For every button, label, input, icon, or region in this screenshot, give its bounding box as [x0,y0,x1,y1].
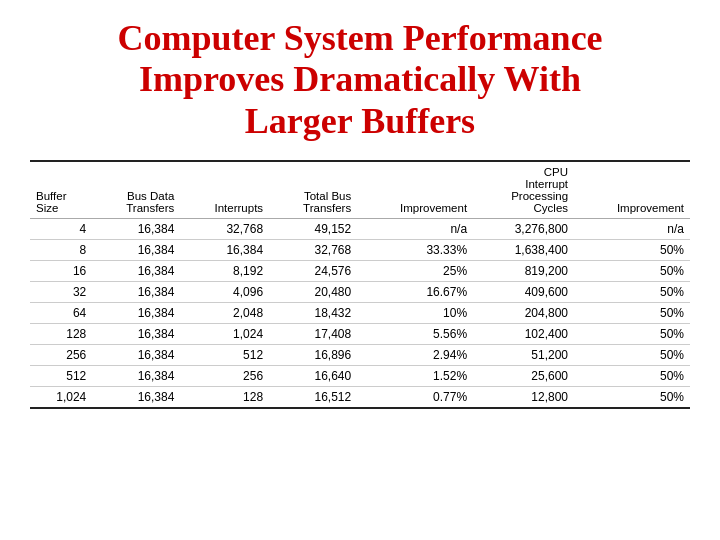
cell-buffer_size: 128 [30,324,92,345]
header-improvement1: Improvement [357,162,473,219]
cell-bus_data: 16,384 [92,387,180,408]
performance-table: BufferSize Bus DataTransfers Interrupts … [30,162,690,407]
table-wrapper: BufferSize Bus DataTransfers Interrupts … [30,160,690,409]
cell-total_bus: 32,768 [269,240,357,261]
cell-improvement2: 50% [574,282,690,303]
cell-cpu_cycles: 51,200 [473,345,574,366]
cell-improvement2: 50% [574,345,690,366]
cell-interrupts: 16,384 [180,240,269,261]
table-row: 25616,38451216,8962.94%51,20050% [30,345,690,366]
cell-total_bus: 18,432 [269,303,357,324]
table-row: 3216,3844,09620,48016.67%409,60050% [30,282,690,303]
cell-improvement2: 50% [574,261,690,282]
cell-improvement2: 50% [574,303,690,324]
cell-total_bus: 49,152 [269,219,357,240]
cell-improvement1: 2.94% [357,345,473,366]
cell-interrupts: 32,768 [180,219,269,240]
cell-cpu_cycles: 819,200 [473,261,574,282]
cell-improvement2: 50% [574,387,690,408]
cell-total_bus: 16,896 [269,345,357,366]
cell-improvement2: 50% [574,240,690,261]
cell-interrupts: 4,096 [180,282,269,303]
cell-total_bus: 16,512 [269,387,357,408]
header-total-bus: Total BusTransfers [269,162,357,219]
cell-improvement2: n/a [574,219,690,240]
cell-cpu_cycles: 409,600 [473,282,574,303]
cell-bus_data: 16,384 [92,240,180,261]
cell-buffer_size: 64 [30,303,92,324]
page: Computer System Performance Improves Dra… [0,0,720,540]
cell-cpu_cycles: 25,600 [473,366,574,387]
table-row: 1,02416,38412816,5120.77%12,80050% [30,387,690,408]
cell-interrupts: 128 [180,387,269,408]
cell-interrupts: 8,192 [180,261,269,282]
table-row: 1616,3848,19224,57625%819,20050% [30,261,690,282]
cell-interrupts: 1,024 [180,324,269,345]
header-cpu-cycles: CPUInterruptProcessingCycles [473,162,574,219]
cell-cpu_cycles: 204,800 [473,303,574,324]
cell-improvement1: 10% [357,303,473,324]
cell-improvement1: 25% [357,261,473,282]
cell-bus_data: 16,384 [92,261,180,282]
cell-cpu_cycles: 102,400 [473,324,574,345]
cell-buffer_size: 512 [30,366,92,387]
cell-bus_data: 16,384 [92,324,180,345]
cell-buffer_size: 8 [30,240,92,261]
cell-bus_data: 16,384 [92,345,180,366]
cell-improvement2: 50% [574,324,690,345]
cell-improvement1: 33.33% [357,240,473,261]
cell-improvement1: 5.56% [357,324,473,345]
table-row: 6416,3842,04818,43210%204,80050% [30,303,690,324]
table-row: 12816,3841,02417,4085.56%102,40050% [30,324,690,345]
header-buffer-size: BufferSize [30,162,92,219]
cell-buffer_size: 256 [30,345,92,366]
cell-total_bus: 17,408 [269,324,357,345]
cell-total_bus: 20,480 [269,282,357,303]
table-header-row: BufferSize Bus DataTransfers Interrupts … [30,162,690,219]
cell-total_bus: 24,576 [269,261,357,282]
cell-bus_data: 16,384 [92,219,180,240]
header-bus-data: Bus DataTransfers [92,162,180,219]
header-improvement2: Improvement [574,162,690,219]
cell-buffer_size: 16 [30,261,92,282]
cell-buffer_size: 4 [30,219,92,240]
cell-bus_data: 16,384 [92,366,180,387]
cell-cpu_cycles: 12,800 [473,387,574,408]
table-row: 416,38432,76849,152n/a3,276,800n/a [30,219,690,240]
header-interrupts: Interrupts [180,162,269,219]
page-title: Computer System Performance Improves Dra… [117,18,602,142]
cell-total_bus: 16,640 [269,366,357,387]
cell-improvement1: 1.52% [357,366,473,387]
table-row: 51216,38425616,6401.52%25,60050% [30,366,690,387]
cell-cpu_cycles: 1,638,400 [473,240,574,261]
cell-improvement2: 50% [574,366,690,387]
cell-improvement1: 0.77% [357,387,473,408]
table-body: 416,38432,76849,152n/a3,276,800n/a816,38… [30,219,690,408]
cell-buffer_size: 32 [30,282,92,303]
cell-interrupts: 512 [180,345,269,366]
cell-bus_data: 16,384 [92,282,180,303]
cell-improvement1: n/a [357,219,473,240]
cell-bus_data: 16,384 [92,303,180,324]
cell-cpu_cycles: 3,276,800 [473,219,574,240]
cell-interrupts: 2,048 [180,303,269,324]
cell-interrupts: 256 [180,366,269,387]
table-row: 816,38416,38432,76833.33%1,638,40050% [30,240,690,261]
cell-improvement1: 16.67% [357,282,473,303]
cell-buffer_size: 1,024 [30,387,92,408]
